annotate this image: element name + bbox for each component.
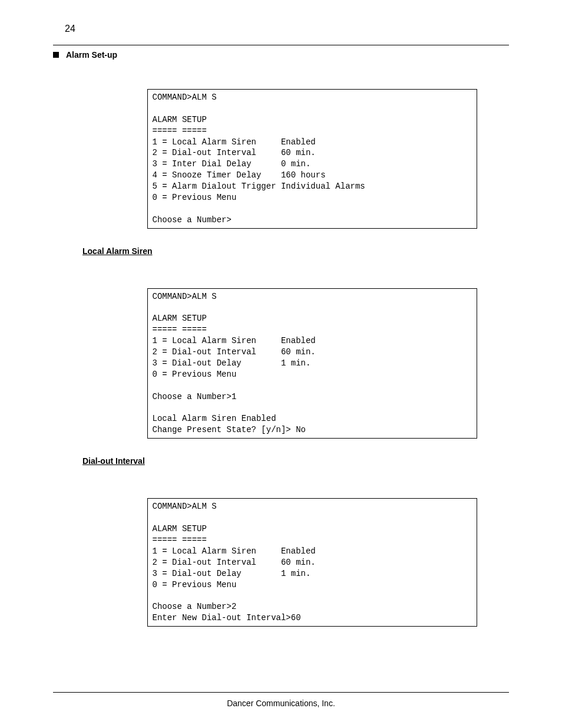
- sub-wrap-2: Dial-out Interval: [82, 456, 509, 466]
- code-block-1-wrap: COMMAND>ALM S ALARM SETUP ===== ===== 1 …: [115, 89, 509, 229]
- sub-heading-2: Dial-out Interval: [82, 456, 509, 466]
- page-number: 24: [65, 24, 509, 34]
- page: 24 Alarm Set-up COMMAND>ALM S ALARM SETU…: [0, 0, 562, 728]
- footer-text: Dancer Communications, Inc.: [53, 699, 509, 708]
- section-title: Alarm Set-up: [53, 50, 509, 60]
- sub-heading-1: Local Alarm Siren: [82, 246, 509, 256]
- sub-wrap-1: Local Alarm Siren: [82, 246, 509, 256]
- code-block-3-wrap: COMMAND>ALM S ALARM SETUP ===== ===== 1 …: [115, 498, 509, 627]
- section-title-text: Alarm Set-up: [66, 50, 117, 60]
- bottom-rule: [53, 692, 509, 693]
- code-block-2-wrap: COMMAND>ALM S ALARM SETUP ===== ===== 1 …: [115, 288, 509, 439]
- square-bullet-icon: [53, 52, 59, 58]
- code-block-1: COMMAND>ALM S ALARM SETUP ===== ===== 1 …: [147, 89, 477, 229]
- code-block-2: COMMAND>ALM S ALARM SETUP ===== ===== 1 …: [147, 288, 477, 439]
- top-rule: [53, 45, 509, 45]
- code-block-3: COMMAND>ALM S ALARM SETUP ===== ===== 1 …: [147, 498, 477, 627]
- footer-area: Dancer Communications, Inc.: [53, 692, 509, 708]
